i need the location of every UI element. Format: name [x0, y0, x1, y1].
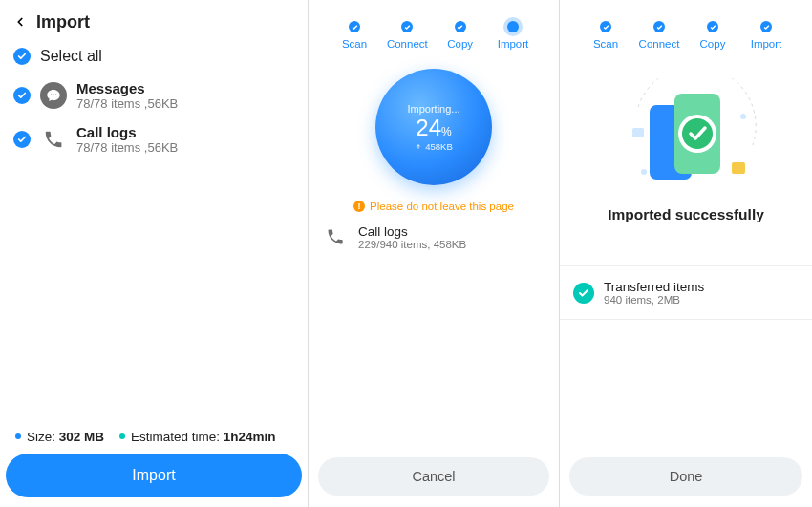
phone-icon: [40, 126, 67, 153]
svg-point-11: [740, 114, 746, 119]
current-item-sub: 229/940 items, 458KB: [358, 239, 466, 250]
done-button[interactable]: Done: [569, 457, 802, 496]
progress-percent: 24: [416, 115, 441, 140]
import-progress-panel: Scan Connect Copy Import Importing... 24…: [309, 0, 560, 507]
transferred-title: Transferred items: [604, 280, 704, 294]
check-icon: [17, 52, 27, 61]
step-copy: Copy: [436, 21, 485, 50]
check-icon: [17, 135, 27, 144]
calllogs-subtitle: 78/78 items ,56KB: [76, 140, 178, 155]
select-all-checkbox[interactable]: [13, 48, 31, 65]
step-import: Import: [488, 21, 538, 50]
step-connect: Connect: [382, 21, 432, 50]
import-selection-panel: Import Select all Messages 78/78 items ,…: [0, 0, 309, 507]
dot-icon: [15, 433, 21, 439]
progress-circle: Importing... 24% 458KB: [375, 69, 492, 185]
step-copy: Copy: [688, 21, 737, 50]
messages-subtitle: 78/78 items ,56KB: [76, 96, 178, 111]
calllogs-title: Call logs: [76, 124, 178, 140]
step-scan: Scan: [581, 21, 630, 50]
upload-icon: [415, 142, 422, 150]
svg-rect-9: [632, 128, 644, 137]
messages-checkbox[interactable]: [13, 87, 31, 104]
current-item: Call logs 229/940 items, 458KB: [309, 212, 559, 250]
svg-point-1: [53, 95, 53, 95]
import-done-panel: Scan Connect Copy Import Imported succes…: [560, 0, 812, 507]
dot-icon: [119, 433, 125, 439]
warning-icon: !: [353, 201, 365, 212]
progress-size: 458KB: [425, 141, 453, 152]
step-connect: Connect: [634, 21, 684, 50]
warning-banner: ! Please do not leave this page: [309, 185, 559, 212]
phone-icon: [322, 223, 349, 250]
import-stats: Size: 302 MB Estimated time: 1h24min: [6, 424, 302, 454]
step-scan: Scan: [330, 21, 379, 50]
cancel-button[interactable]: Cancel: [318, 457, 549, 496]
page-title: Import: [36, 12, 90, 32]
check-icon: [17, 91, 27, 100]
svg-rect-8: [732, 162, 745, 174]
back-button[interactable]: [10, 11, 31, 32]
import-button[interactable]: Import: [6, 454, 302, 497]
svg-point-2: [55, 95, 56, 95]
messages-icon: [40, 82, 67, 109]
eta-value: 1h24min: [224, 430, 276, 444]
success-title: Imported successfully: [560, 193, 812, 223]
data-type-row-calllogs[interactable]: Call logs 78/78 items ,56KB: [0, 118, 308, 162]
transferred-sub: 940 items, 2MB: [604, 294, 704, 306]
data-type-row-messages[interactable]: Messages 78/78 items ,56KB: [0, 74, 308, 118]
select-all-label: Select all: [40, 48, 102, 65]
importing-label: Importing...: [407, 103, 459, 115]
messages-title: Messages: [76, 80, 178, 96]
svg-point-10: [641, 169, 647, 175]
transferred-row[interactable]: Transferred items 940 items, 2MB: [560, 265, 812, 320]
progress-stepper: Scan Connect Copy Import: [309, 0, 559, 53]
success-illustration: [560, 53, 812, 193]
success-check-icon: [573, 283, 594, 304]
calllogs-checkbox[interactable]: [13, 131, 31, 148]
size-value: 302 MB: [59, 430, 104, 444]
progress-stepper-done: Scan Connect Copy Import: [560, 0, 812, 53]
select-all-row[interactable]: Select all: [0, 38, 308, 74]
svg-point-0: [51, 95, 52, 95]
step-import: Import: [741, 21, 791, 50]
current-item-title: Call logs: [358, 224, 466, 239]
svg-point-7: [682, 118, 713, 149]
chevron-left-icon: [13, 15, 27, 29]
